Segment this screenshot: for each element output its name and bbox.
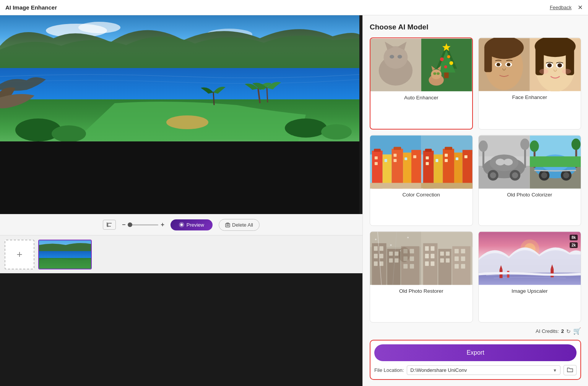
svg-point-11 bbox=[52, 125, 86, 141]
right-bottom: AI Credits: 2 ↻ 🛒 Export File Location: … bbox=[370, 327, 581, 380]
svg-point-122 bbox=[563, 172, 569, 178]
svg-point-36 bbox=[447, 55, 450, 58]
svg-rect-131 bbox=[374, 247, 378, 251]
refresh-icon[interactable]: ↻ bbox=[566, 328, 571, 334]
svg-rect-79 bbox=[370, 183, 421, 188]
svg-rect-83 bbox=[425, 149, 432, 152]
svg-rect-134 bbox=[380, 254, 383, 258]
svg-point-111 bbox=[520, 138, 529, 150]
file-location-value: D:\Wondershare UniConv bbox=[410, 367, 467, 373]
filmstrip-thumbnail-1[interactable] bbox=[38, 240, 92, 269]
svg-rect-166 bbox=[440, 251, 444, 256]
feedback-link[interactable]: Feedback bbox=[550, 5, 572, 10]
zoom-out-button[interactable]: − bbox=[122, 221, 125, 228]
crop-icon-button[interactable] bbox=[103, 220, 116, 230]
svg-rect-66 bbox=[374, 149, 381, 152]
svg-rect-78 bbox=[413, 155, 416, 158]
model-card-face-enhancer-image bbox=[479, 38, 581, 91]
svg-point-120 bbox=[541, 172, 547, 178]
svg-point-49 bbox=[496, 63, 500, 66]
svg-rect-138 bbox=[389, 251, 393, 256]
folder-browse-button[interactable] bbox=[564, 365, 577, 375]
ai-credits-value: 2 bbox=[561, 328, 564, 334]
svg-rect-133 bbox=[374, 254, 378, 258]
toolbar-bottom: − + Preview Delete All bbox=[0, 214, 362, 235]
right-panel: Choose AI Model bbox=[362, 15, 588, 386]
upscaler-2k-badge: 2k bbox=[570, 242, 578, 248]
model-card-face-enhancer[interactable]: Face Enhancer bbox=[478, 37, 582, 130]
svg-line-9 bbox=[213, 92, 214, 105]
svg-point-34 bbox=[450, 61, 453, 65]
svg-point-43 bbox=[437, 72, 440, 75]
cart-icon[interactable]: 🛒 bbox=[573, 327, 581, 335]
svg-rect-96 bbox=[421, 183, 473, 188]
titlebar-left: AI Image Enhancer bbox=[5, 4, 57, 11]
svg-rect-167 bbox=[446, 251, 450, 256]
svg-line-8 bbox=[267, 87, 268, 102]
svg-point-33 bbox=[440, 57, 444, 61]
svg-rect-75 bbox=[393, 154, 396, 157]
close-button[interactable]: ✕ bbox=[578, 5, 583, 11]
svg-rect-74 bbox=[385, 159, 387, 162]
svg-rect-147 bbox=[403, 264, 408, 269]
model-card-auto-enhancer-label: Auto Enhancer bbox=[370, 92, 472, 104]
model-card-face-enhancer-label: Face Enhancer bbox=[479, 91, 581, 103]
svg-point-12 bbox=[285, 118, 327, 138]
ai-credits-row: AI Credits: 2 ↻ 🛒 bbox=[370, 327, 581, 335]
svg-rect-160 bbox=[431, 247, 435, 251]
model-card-old-photo-colorizer-image bbox=[479, 135, 581, 189]
image-canvas bbox=[0, 15, 359, 214]
add-image-button[interactable]: + bbox=[5, 240, 34, 269]
svg-point-126 bbox=[571, 138, 580, 150]
svg-point-151 bbox=[398, 247, 410, 263]
svg-point-27 bbox=[390, 55, 394, 58]
svg-rect-148 bbox=[410, 264, 414, 269]
svg-rect-47 bbox=[484, 45, 492, 72]
svg-rect-169 bbox=[446, 258, 450, 263]
svg-rect-90 bbox=[426, 162, 429, 165]
model-card-color-correction-label: Color Correction bbox=[370, 189, 473, 201]
svg-rect-163 bbox=[425, 261, 429, 266]
svg-rect-172 bbox=[461, 249, 465, 254]
export-button[interactable]: Export bbox=[374, 344, 577, 361]
zoom-slider[interactable] bbox=[128, 224, 158, 225]
svg-rect-132 bbox=[380, 247, 383, 251]
app-title: AI Image Enhancer bbox=[5, 4, 57, 11]
choose-model-title: Choose AI Model bbox=[370, 23, 581, 31]
delete-all-button[interactable]: Delete All bbox=[219, 219, 260, 231]
svg-point-42 bbox=[433, 72, 436, 75]
svg-rect-77 bbox=[404, 157, 407, 160]
model-card-old-photo-colorizer[interactable]: Old Photo Colorizer bbox=[478, 135, 582, 226]
titlebar: AI Image Enhancer Feedback ✕ bbox=[0, 0, 588, 15]
model-card-auto-enhancer[interactable]: Auto Enhancer bbox=[370, 37, 473, 130]
model-card-old-photo-restorer-label: Old Photo Restorer bbox=[370, 285, 473, 297]
svg-rect-173 bbox=[455, 256, 459, 261]
model-card-old-photo-restorer[interactable]: Old Photo Restorer bbox=[370, 231, 473, 323]
svg-point-103 bbox=[504, 159, 513, 165]
svg-point-153 bbox=[390, 245, 392, 246]
titlebar-right: Feedback ✕ bbox=[550, 5, 583, 11]
svg-rect-162 bbox=[431, 254, 435, 258]
svg-point-61 bbox=[539, 69, 548, 74]
svg-point-28 bbox=[398, 55, 402, 58]
svg-point-39 bbox=[431, 70, 442, 79]
svg-rect-85 bbox=[443, 149, 454, 188]
file-location-label: File Location: bbox=[374, 367, 404, 373]
model-card-color-correction-image bbox=[370, 135, 473, 189]
svg-rect-32 bbox=[444, 73, 449, 78]
svg-rect-76 bbox=[393, 159, 396, 162]
model-grid: Auto Enhancer bbox=[370, 37, 581, 323]
svg-rect-159 bbox=[425, 247, 429, 251]
svg-rect-91 bbox=[435, 159, 438, 162]
svg-point-6 bbox=[166, 115, 208, 129]
zoom-in-button[interactable]: + bbox=[161, 221, 164, 228]
svg-point-15 bbox=[180, 224, 183, 226]
svg-rect-86 bbox=[445, 147, 452, 150]
preview-button[interactable]: Preview bbox=[171, 219, 213, 230]
svg-rect-176 bbox=[461, 264, 465, 269]
model-card-color-correction[interactable]: Color Correction bbox=[370, 135, 473, 226]
svg-rect-146 bbox=[410, 256, 414, 261]
main-content: − + Preview Delete All bbox=[0, 15, 588, 386]
file-location-dropdown-icon[interactable]: ▼ bbox=[553, 368, 557, 373]
model-card-image-upscaler[interactable]: 8k 2k Image Upscaler bbox=[478, 231, 582, 323]
